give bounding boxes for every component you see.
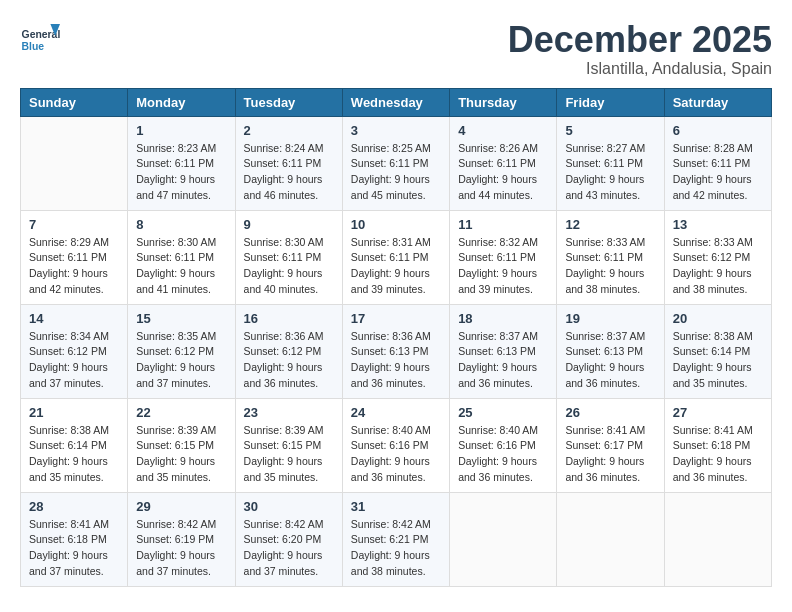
date-number: 15 bbox=[136, 311, 226, 326]
date-number: 31 bbox=[351, 499, 441, 514]
calendar-week-row: 14Sunrise: 8:34 AMSunset: 6:12 PMDayligh… bbox=[21, 304, 772, 398]
sun-info: Sunrise: 8:37 AMSunset: 6:13 PMDaylight:… bbox=[458, 329, 548, 392]
calendar-cell: 11Sunrise: 8:32 AMSunset: 6:11 PMDayligh… bbox=[450, 210, 557, 304]
date-number: 24 bbox=[351, 405, 441, 420]
sun-info: Sunrise: 8:37 AMSunset: 6:13 PMDaylight:… bbox=[565, 329, 655, 392]
sun-info: Sunrise: 8:31 AMSunset: 6:11 PMDaylight:… bbox=[351, 235, 441, 298]
calendar-cell: 21Sunrise: 8:38 AMSunset: 6:14 PMDayligh… bbox=[21, 398, 128, 492]
calendar-cell bbox=[450, 492, 557, 586]
date-number: 8 bbox=[136, 217, 226, 232]
location: Islantilla, Andalusia, Spain bbox=[508, 60, 772, 78]
calendar-table: SundayMondayTuesdayWednesdayThursdayFrid… bbox=[20, 88, 772, 587]
sun-info: Sunrise: 8:42 AMSunset: 6:20 PMDaylight:… bbox=[244, 517, 334, 580]
calendar-cell: 30Sunrise: 8:42 AMSunset: 6:20 PMDayligh… bbox=[235, 492, 342, 586]
sun-info: Sunrise: 8:36 AMSunset: 6:13 PMDaylight:… bbox=[351, 329, 441, 392]
sun-info: Sunrise: 8:25 AMSunset: 6:11 PMDaylight:… bbox=[351, 141, 441, 204]
date-number: 9 bbox=[244, 217, 334, 232]
calendar-cell: 28Sunrise: 8:41 AMSunset: 6:18 PMDayligh… bbox=[21, 492, 128, 586]
sun-info: Sunrise: 8:42 AMSunset: 6:21 PMDaylight:… bbox=[351, 517, 441, 580]
logo-icon: General Blue bbox=[20, 20, 60, 60]
sun-info: Sunrise: 8:38 AMSunset: 6:14 PMDaylight:… bbox=[29, 423, 119, 486]
sun-info: Sunrise: 8:40 AMSunset: 6:16 PMDaylight:… bbox=[351, 423, 441, 486]
svg-text:Blue: Blue bbox=[22, 41, 45, 52]
sun-info: Sunrise: 8:39 AMSunset: 6:15 PMDaylight:… bbox=[244, 423, 334, 486]
calendar-cell: 22Sunrise: 8:39 AMSunset: 6:15 PMDayligh… bbox=[128, 398, 235, 492]
title-section: December 2025 Islantilla, Andalusia, Spa… bbox=[508, 20, 772, 78]
date-number: 4 bbox=[458, 123, 548, 138]
date-number: 19 bbox=[565, 311, 655, 326]
calendar-cell: 1Sunrise: 8:23 AMSunset: 6:11 PMDaylight… bbox=[128, 116, 235, 210]
date-number: 7 bbox=[29, 217, 119, 232]
sun-info: Sunrise: 8:41 AMSunset: 6:18 PMDaylight:… bbox=[673, 423, 763, 486]
date-number: 20 bbox=[673, 311, 763, 326]
date-number: 13 bbox=[673, 217, 763, 232]
date-number: 27 bbox=[673, 405, 763, 420]
date-number: 6 bbox=[673, 123, 763, 138]
calendar-cell: 27Sunrise: 8:41 AMSunset: 6:18 PMDayligh… bbox=[664, 398, 771, 492]
calendar-cell: 17Sunrise: 8:36 AMSunset: 6:13 PMDayligh… bbox=[342, 304, 449, 398]
date-number: 25 bbox=[458, 405, 548, 420]
calendar-week-row: 28Sunrise: 8:41 AMSunset: 6:18 PMDayligh… bbox=[21, 492, 772, 586]
calendar-cell: 29Sunrise: 8:42 AMSunset: 6:19 PMDayligh… bbox=[128, 492, 235, 586]
calendar-cell: 24Sunrise: 8:40 AMSunset: 6:16 PMDayligh… bbox=[342, 398, 449, 492]
sun-info: Sunrise: 8:28 AMSunset: 6:11 PMDaylight:… bbox=[673, 141, 763, 204]
date-number: 1 bbox=[136, 123, 226, 138]
column-header-saturday: Saturday bbox=[664, 88, 771, 116]
sun-info: Sunrise: 8:29 AMSunset: 6:11 PMDaylight:… bbox=[29, 235, 119, 298]
date-number: 22 bbox=[136, 405, 226, 420]
sun-info: Sunrise: 8:41 AMSunset: 6:18 PMDaylight:… bbox=[29, 517, 119, 580]
sun-info: Sunrise: 8:40 AMSunset: 6:16 PMDaylight:… bbox=[458, 423, 548, 486]
sun-info: Sunrise: 8:26 AMSunset: 6:11 PMDaylight:… bbox=[458, 141, 548, 204]
date-number: 23 bbox=[244, 405, 334, 420]
sun-info: Sunrise: 8:30 AMSunset: 6:11 PMDaylight:… bbox=[136, 235, 226, 298]
date-number: 26 bbox=[565, 405, 655, 420]
column-header-sunday: Sunday bbox=[21, 88, 128, 116]
calendar-cell bbox=[21, 116, 128, 210]
calendar-header-row: SundayMondayTuesdayWednesdayThursdayFrid… bbox=[21, 88, 772, 116]
page-header: General Blue December 2025 Islantilla, A… bbox=[20, 20, 772, 78]
sun-info: Sunrise: 8:41 AMSunset: 6:17 PMDaylight:… bbox=[565, 423, 655, 486]
calendar-cell: 26Sunrise: 8:41 AMSunset: 6:17 PMDayligh… bbox=[557, 398, 664, 492]
calendar-week-row: 21Sunrise: 8:38 AMSunset: 6:14 PMDayligh… bbox=[21, 398, 772, 492]
date-number: 29 bbox=[136, 499, 226, 514]
calendar-cell: 15Sunrise: 8:35 AMSunset: 6:12 PMDayligh… bbox=[128, 304, 235, 398]
date-number: 14 bbox=[29, 311, 119, 326]
sun-info: Sunrise: 8:24 AMSunset: 6:11 PMDaylight:… bbox=[244, 141, 334, 204]
calendar-cell: 2Sunrise: 8:24 AMSunset: 6:11 PMDaylight… bbox=[235, 116, 342, 210]
column-header-monday: Monday bbox=[128, 88, 235, 116]
column-header-thursday: Thursday bbox=[450, 88, 557, 116]
date-number: 21 bbox=[29, 405, 119, 420]
calendar-cell: 13Sunrise: 8:33 AMSunset: 6:12 PMDayligh… bbox=[664, 210, 771, 304]
calendar-cell: 14Sunrise: 8:34 AMSunset: 6:12 PMDayligh… bbox=[21, 304, 128, 398]
calendar-cell: 6Sunrise: 8:28 AMSunset: 6:11 PMDaylight… bbox=[664, 116, 771, 210]
sun-info: Sunrise: 8:36 AMSunset: 6:12 PMDaylight:… bbox=[244, 329, 334, 392]
date-number: 17 bbox=[351, 311, 441, 326]
calendar-cell: 19Sunrise: 8:37 AMSunset: 6:13 PMDayligh… bbox=[557, 304, 664, 398]
calendar-cell: 20Sunrise: 8:38 AMSunset: 6:14 PMDayligh… bbox=[664, 304, 771, 398]
date-number: 30 bbox=[244, 499, 334, 514]
calendar-cell: 10Sunrise: 8:31 AMSunset: 6:11 PMDayligh… bbox=[342, 210, 449, 304]
month-title: December 2025 bbox=[508, 20, 772, 60]
sun-info: Sunrise: 8:32 AMSunset: 6:11 PMDaylight:… bbox=[458, 235, 548, 298]
calendar-cell bbox=[557, 492, 664, 586]
column-header-tuesday: Tuesday bbox=[235, 88, 342, 116]
date-number: 12 bbox=[565, 217, 655, 232]
calendar-cell: 12Sunrise: 8:33 AMSunset: 6:11 PMDayligh… bbox=[557, 210, 664, 304]
sun-info: Sunrise: 8:30 AMSunset: 6:11 PMDaylight:… bbox=[244, 235, 334, 298]
logo: General Blue bbox=[20, 20, 64, 60]
sun-info: Sunrise: 8:35 AMSunset: 6:12 PMDaylight:… bbox=[136, 329, 226, 392]
sun-info: Sunrise: 8:23 AMSunset: 6:11 PMDaylight:… bbox=[136, 141, 226, 204]
calendar-cell: 18Sunrise: 8:37 AMSunset: 6:13 PMDayligh… bbox=[450, 304, 557, 398]
date-number: 18 bbox=[458, 311, 548, 326]
calendar-cell: 16Sunrise: 8:36 AMSunset: 6:12 PMDayligh… bbox=[235, 304, 342, 398]
date-number: 11 bbox=[458, 217, 548, 232]
calendar-week-row: 1Sunrise: 8:23 AMSunset: 6:11 PMDaylight… bbox=[21, 116, 772, 210]
sun-info: Sunrise: 8:39 AMSunset: 6:15 PMDaylight:… bbox=[136, 423, 226, 486]
calendar-cell: 7Sunrise: 8:29 AMSunset: 6:11 PMDaylight… bbox=[21, 210, 128, 304]
sun-info: Sunrise: 8:42 AMSunset: 6:19 PMDaylight:… bbox=[136, 517, 226, 580]
calendar-cell: 23Sunrise: 8:39 AMSunset: 6:15 PMDayligh… bbox=[235, 398, 342, 492]
column-header-friday: Friday bbox=[557, 88, 664, 116]
calendar-cell: 31Sunrise: 8:42 AMSunset: 6:21 PMDayligh… bbox=[342, 492, 449, 586]
date-number: 2 bbox=[244, 123, 334, 138]
date-number: 10 bbox=[351, 217, 441, 232]
